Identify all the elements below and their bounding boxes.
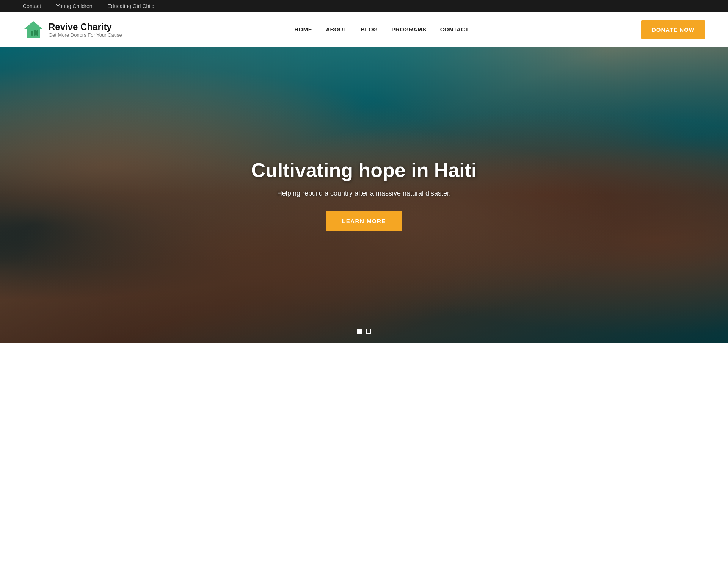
donate-now-button[interactable]: DONATE NOW	[641, 20, 705, 39]
slider-dots	[357, 329, 371, 334]
nav-home[interactable]: HOME	[294, 26, 312, 33]
hero-section: Cultivating hope in Haiti Helping rebuil…	[0, 47, 728, 343]
nav-contact[interactable]: CONTACT	[440, 26, 469, 33]
svg-rect-4	[36, 30, 38, 36]
brand: Revive Charity Get More Donors For Your …	[23, 19, 122, 40]
brand-tagline: Get More Donors For Your Cause	[49, 32, 122, 38]
topbar-educating-girl-link[interactable]: Educating Girl Child	[107, 3, 154, 9]
topbar-contact-link[interactable]: Contact	[23, 3, 41, 9]
hero-title: Cultivating hope in Haiti	[251, 159, 477, 182]
nav-about[interactable]: ABOUT	[326, 26, 347, 33]
brand-name: Revive Charity	[49, 22, 122, 32]
slider-dot-2[interactable]	[366, 329, 371, 334]
nav-blog[interactable]: BLOG	[361, 26, 378, 33]
learn-more-button[interactable]: LEARN MORE	[326, 211, 402, 231]
topbar-young-children-link[interactable]: Young Children	[56, 3, 92, 9]
slider-dot-1[interactable]	[357, 329, 362, 334]
brand-logo-icon	[23, 19, 44, 40]
nav-links: HOME ABOUT BLOG PROGRAMS CONTACT	[294, 26, 469, 33]
hero-content: Cultivating hope in Haiti Helping rebuil…	[243, 159, 484, 231]
top-bar: Contact Young Children Educating Girl Ch…	[0, 0, 728, 12]
main-nav: Revive Charity Get More Donors For Your …	[0, 12, 728, 47]
nav-programs[interactable]: PROGRAMS	[391, 26, 426, 33]
hero-subtitle: Helping rebuild a country after a massiv…	[251, 189, 477, 197]
brand-text: Revive Charity Get More Donors For Your …	[49, 22, 122, 38]
svg-rect-2	[31, 31, 33, 36]
svg-rect-3	[34, 30, 36, 36]
